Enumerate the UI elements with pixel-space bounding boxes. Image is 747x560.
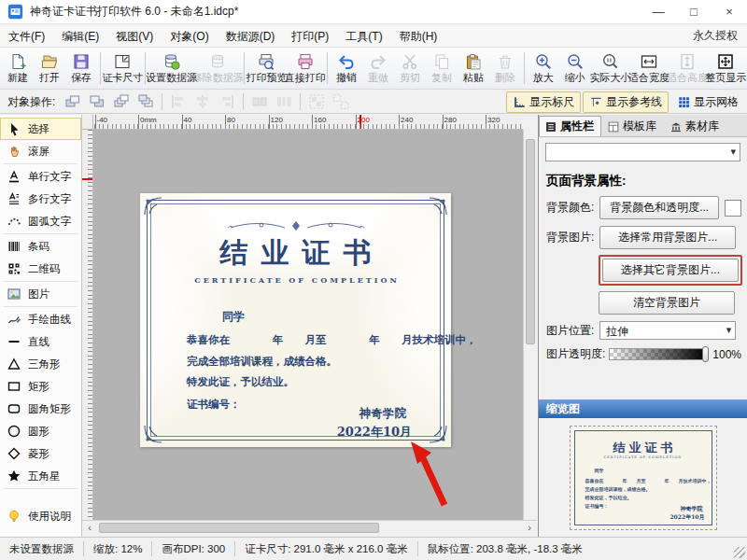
print-preview-button[interactable]: 打印预览 [247, 49, 286, 88]
open-file-icon [40, 52, 59, 71]
horizontal-scrollbar[interactable]: ‹ › [82, 520, 537, 535]
set-datasource-button[interactable]: 设置数据源 [148, 49, 195, 88]
ruler-tick [356, 115, 357, 130]
tool-rounded-rect[interactable]: 圆角矩形 [0, 398, 81, 420]
objectbar-separator [300, 93, 301, 110]
tab-template-library[interactable]: 模板库 [601, 116, 664, 136]
app-window: 神奇证卡证书打印软件 6.0 - 未命名1.idcp* — □ × 文件(F)编… [0, 0, 747, 560]
bg-color-swatch[interactable] [725, 200, 741, 217]
menu-item-帮助H[interactable]: 帮助(H) [391, 25, 446, 48]
toggle-guides[interactable]: 显示参考线 [583, 91, 669, 113]
vertical-scrollbar[interactable] [523, 130, 537, 520]
ruler-tick [138, 115, 139, 130]
chevron-down-icon: ▾ [726, 324, 732, 336]
arc-text-icon [7, 214, 21, 229]
image-opacity-slider[interactable] [609, 348, 707, 360]
delete-icon [496, 52, 514, 71]
menu-item-编辑E[interactable]: 编辑(E) [53, 25, 107, 48]
resize-grip[interactable] [734, 547, 745, 558]
tab-properties[interactable]: 属性栏 [539, 116, 601, 136]
bring-forward-icon[interactable] [63, 92, 82, 111]
toolbar-button-label: 重做 [368, 71, 388, 85]
align-center-icon [193, 92, 212, 111]
tool-select-cursor[interactable]: 选择 [0, 118, 81, 140]
toggle-grid[interactable]: 显示网格 [670, 91, 745, 113]
app-icon [7, 4, 23, 20]
paste-button[interactable]: 粘贴 [458, 49, 489, 88]
bring-to-front-icon[interactable] [112, 92, 131, 111]
direct-print-button[interactable]: 直接打印 [286, 49, 324, 88]
tool-image[interactable]: 图片 [0, 283, 81, 305]
tool-help-bulb[interactable]: 使用说明 [0, 505, 81, 527]
send-to-back-icon[interactable] [136, 92, 155, 111]
toolbar-button-label: 整页显示 [705, 71, 746, 85]
remove-datasource-icon [208, 52, 227, 71]
tool-diamond[interactable]: 菱形 [0, 442, 81, 465]
fit-page-button[interactable]: 整页显示 [707, 49, 745, 88]
toggle-ruler[interactable]: 显示标尺 [506, 91, 581, 113]
tool-circle[interactable]: 圆形 [0, 420, 81, 442]
object-selector-dropdown[interactable]: ▾ [545, 143, 740, 161]
menu-item-打印P[interactable]: 打印(P) [283, 25, 337, 48]
tool-arc-text[interactable]: 圆弧文字 [0, 210, 81, 232]
certificate-page[interactable]: 结业证书 CERTIFICATE OF COMPLETION 同学 恭喜你在 年… [140, 193, 451, 447]
tool-line[interactable]: 直线 [0, 330, 81, 353]
bg-color-button[interactable]: 背景颜色和透明度... [599, 196, 719, 219]
send-backward-icon[interactable] [88, 92, 106, 111]
toolbox-separator [4, 233, 78, 234]
menu-item-文件F[interactable]: 文件(F) [0, 25, 53, 48]
toolbox: 选择滚屏单行文字多行文字圆弧文字条码二维码图片手绘曲线直线三角形矩形圆角矩形圆形… [0, 115, 82, 537]
undo-button[interactable]: 撤销 [331, 49, 362, 88]
image-position-select[interactable]: 拉伸 ▾ [599, 321, 736, 340]
close-button[interactable]: × [712, 0, 747, 23]
tool-rectangle[interactable]: 矩形 [0, 375, 81, 398]
fit-height-button: 适合高度 [668, 49, 706, 88]
menu-item-视图V[interactable]: 视图(V) [107, 25, 162, 48]
menu-item-工具T[interactable]: 工具(T) [337, 25, 390, 48]
set-datasource-icon [162, 52, 181, 71]
scroll-right-arrow[interactable]: › [522, 521, 537, 535]
new-file-button[interactable]: 新建 [2, 49, 34, 88]
certificate-issuer: 神奇学院 [359, 406, 406, 422]
menu-item-数据源D[interactable]: 数据源(D) [218, 25, 284, 48]
tool-multi-line-text[interactable]: 多行文字 [0, 188, 81, 210]
zoom-in-icon [534, 52, 553, 71]
choose-common-bg-button[interactable]: 选择常用背景图片... [599, 226, 736, 249]
single-line-text-icon [7, 169, 21, 184]
open-file-button[interactable]: 打开 [34, 49, 65, 88]
menu-item-对象O[interactable]: 对象(O) [162, 25, 217, 48]
scroll-left-arrow[interactable]: ‹ [82, 521, 97, 535]
card-size-button[interactable]: 证卡尺寸 [104, 49, 142, 88]
vertical-scrollbar-thumb[interactable] [526, 139, 535, 344]
tab-material-library[interactable]: 素材库 [664, 116, 726, 136]
fit-width-button[interactable]: 适合宽度 [629, 49, 668, 88]
tool-single-line-text[interactable]: 单行文字 [0, 165, 81, 188]
tool-barcode[interactable]: 条码 [0, 235, 81, 258]
design-canvas[interactable]: 结业证书 CERTIFICATE OF COMPLETION 同学 恭喜你在 年… [93, 130, 523, 520]
tool-label: 手绘曲线 [28, 313, 71, 327]
tool-freehand-curve[interactable]: 手绘曲线 [0, 308, 81, 330]
minimize-button[interactable]: — [641, 0, 676, 23]
star-icon [7, 469, 21, 483]
save-button[interactable]: 保存 [65, 49, 97, 88]
tool-star[interactable]: 五角星 [0, 465, 81, 487]
horizontal-scrollbar-thumb[interactable] [99, 523, 379, 533]
certificate-date: 2022年10月 [337, 424, 412, 441]
choose-other-bg-button[interactable]: 选择其它背景图片... [602, 259, 739, 282]
actual-size-button[interactable]: 实际大小 [591, 49, 629, 88]
thumbnail-certificate[interactable]: 结业证书 CERTIFICATE OF COMPLETION 同学 恭喜你在 年… [570, 426, 717, 530]
tool-triangle[interactable]: 三角形 [0, 353, 81, 375]
maximize-button[interactable]: □ [676, 0, 712, 23]
opacity-slider-handle[interactable] [702, 346, 709, 362]
triangle-icon [7, 357, 21, 371]
circle-icon [7, 424, 21, 439]
tool-pan-hand[interactable]: 滚屏 [0, 140, 81, 162]
zoom-in-button[interactable]: 放大 [528, 49, 559, 88]
tab-label: 模板库 [623, 119, 656, 134]
zoom-out-button[interactable]: 缩小 [559, 49, 591, 88]
certificate-content: 结业证书 CERTIFICATE OF COMPLETION 同学 恭喜你在 年… [140, 193, 451, 447]
toolbar-button-label: 删除 [495, 71, 515, 85]
ruler-label: 40 [184, 116, 192, 124]
tool-qrcode[interactable]: 二维码 [0, 258, 81, 280]
clear-bg-button[interactable]: 清空背景图片 [599, 291, 735, 315]
